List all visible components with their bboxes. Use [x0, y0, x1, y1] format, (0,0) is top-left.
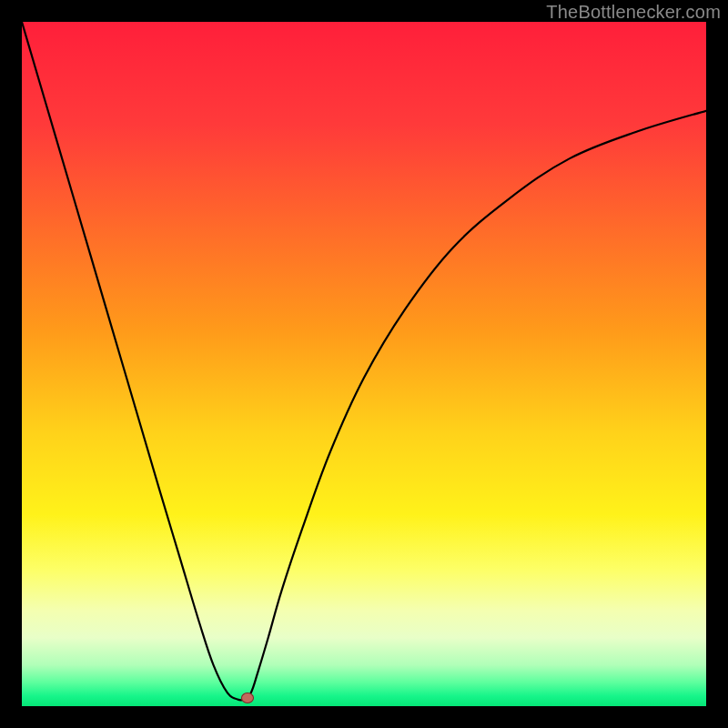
watermark-text: TheBottlenecker.com: [546, 2, 721, 23]
chart-frame: TheBottlenecker.com: [0, 0, 728, 728]
bottleneck-curve: [22, 22, 706, 706]
optimum-marker: [241, 693, 254, 703]
plot-area: [22, 22, 706, 706]
